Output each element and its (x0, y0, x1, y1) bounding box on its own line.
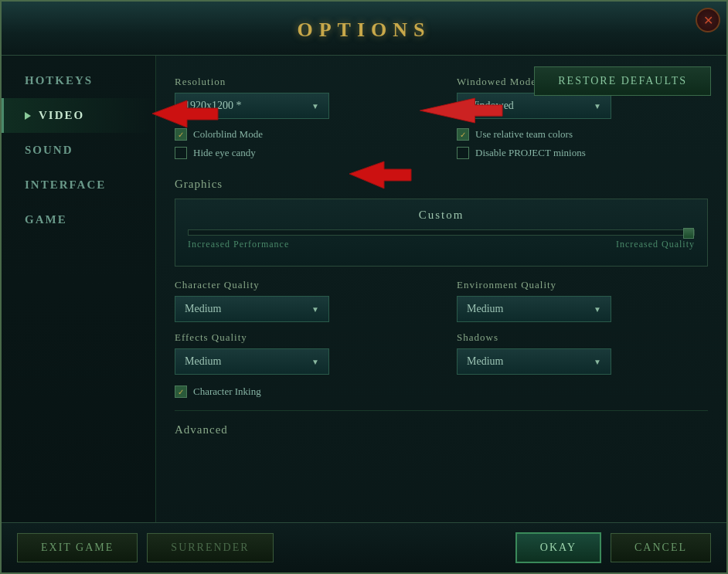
character-inking-checkbox-row[interactable]: Character Inking (175, 385, 708, 398)
colorblind-label: Colorblind Mode (193, 128, 263, 141)
effects-quality-col: Effects Quality Medium ▼ (175, 331, 426, 375)
bottom-bar: Exit Game Surrender Okay Cancel (2, 522, 726, 572)
quality-slider[interactable]: Increased Performance Increased Quality (188, 229, 695, 250)
sidebar-item-video[interactable]: VIDEO (2, 98, 155, 133)
hide-eye-candy-label: Hide eye candy (193, 147, 256, 159)
resolution-col: Resolution 1920x1200 * ▼ (175, 76, 426, 119)
graphics-title: Graphics (175, 178, 708, 191)
right-checkboxes: Use relative team colors Disable PROJECT… (457, 128, 708, 165)
environment-quality-dropdown[interactable]: Medium ▼ (457, 296, 611, 322)
sidebar-item-interface[interactable]: INTERFACE (2, 168, 155, 202)
character-quality-dropdown[interactable]: Medium ▼ (175, 296, 329, 322)
disable-project-checkbox[interactable] (457, 147, 469, 159)
effects-quality-label: Effects Quality (175, 331, 426, 344)
hide-eye-candy-checkbox[interactable] (175, 147, 187, 159)
resolution-dropdown[interactable]: 1920x1200 * ▼ (175, 93, 329, 119)
close-button[interactable]: ✕ (696, 8, 720, 32)
char-quality-arrow-icon: ▼ (311, 305, 319, 314)
slider-right-label: Increased Quality (616, 239, 695, 250)
resolution-value: 1920x1200 * (185, 100, 242, 112)
shadows-dropdown[interactable]: Medium ▼ (457, 348, 611, 375)
shadows-value: Medium (467, 355, 503, 368)
graphics-preset-label: Custom (188, 209, 695, 222)
character-inking-label: Character Inking (193, 385, 261, 398)
effects-quality-dropdown[interactable]: Medium ▼ (175, 348, 329, 375)
colorblind-checkbox-row[interactable]: Colorblind Mode (175, 128, 426, 141)
shadows-col: Shadows Medium ▼ (457, 331, 708, 375)
environment-quality-col: Environment Quality Medium ▼ (457, 279, 708, 322)
checkboxes-row: Colorblind Mode Hide eye candy Use relat… (175, 128, 708, 165)
resolution-label: Resolution (175, 76, 426, 88)
slider-fill (189, 230, 644, 235)
shadows-arrow-icon: ▼ (594, 358, 601, 366)
left-checkboxes: Colorblind Mode Hide eye candy (175, 128, 426, 165)
windowed-dropdown-arrow-icon: ▼ (594, 102, 601, 110)
advanced-section: Advanced (175, 410, 708, 436)
character-inking-checkbox[interactable] (175, 385, 187, 398)
sidebar-item-sound[interactable]: SOUND (2, 133, 155, 168)
shadows-label: Shadows (457, 331, 708, 344)
slider-track (188, 229, 695, 236)
env-quality-arrow-icon: ▼ (594, 305, 601, 314)
slider-thumb[interactable] (683, 228, 694, 239)
sidebar-item-hotkeys[interactable]: HOTKEYS (2, 63, 155, 98)
cancel-button[interactable]: Cancel (611, 533, 711, 562)
disable-project-label: Disable PROJECT minions (475, 147, 586, 159)
relative-team-label: Use relative team colors (475, 128, 573, 141)
character-quality-col: Character Quality Medium ▼ (175, 279, 426, 322)
options-window: OPTIONS ✕ HOTKEYS VIDEO SOUND INTERFACE … (0, 0, 728, 574)
window-title: OPTIONS (297, 19, 430, 42)
main-content: HOTKEYS VIDEO SOUND INTERFACE GAME Resto… (2, 56, 726, 522)
quality-row-1: Character Quality Medium ▼ Environment Q… (175, 279, 708, 322)
dropdown-arrow-icon: ▼ (311, 102, 319, 110)
character-quality-value: Medium (185, 303, 221, 315)
graphics-box: Custom Increased Performance Increased Q… (175, 199, 708, 267)
sidebar-item-game[interactable]: GAME (2, 202, 155, 237)
colorblind-checkbox[interactable] (175, 128, 187, 141)
surrender-button[interactable]: Surrender (147, 533, 273, 562)
slider-labels: Increased Performance Increased Quality (188, 239, 695, 250)
restore-defaults-button[interactable]: Restore Defaults (534, 66, 711, 96)
disable-project-checkbox-row[interactable]: Disable PROJECT minions (457, 147, 708, 159)
okay-button[interactable]: Okay (515, 532, 601, 563)
relative-team-checkbox-row[interactable]: Use relative team colors (457, 128, 708, 141)
sidebar: HOTKEYS VIDEO SOUND INTERFACE GAME (2, 56, 156, 522)
graphics-section: Graphics Custom Increased Performance In… (175, 178, 708, 267)
exit-game-button[interactable]: Exit Game (17, 533, 138, 562)
active-arrow-icon (25, 112, 31, 120)
windowed-value: Windowed (467, 100, 514, 112)
character-quality-label: Character Quality (175, 279, 426, 291)
relative-team-checkbox[interactable] (457, 128, 469, 141)
character-inking-section: Character Inking (175, 385, 708, 398)
effects-quality-arrow-icon: ▼ (311, 358, 319, 366)
header: OPTIONS ✕ (2, 2, 726, 56)
effects-quality-value: Medium (185, 355, 221, 368)
quality-row-2: Effects Quality Medium ▼ Shadows Medium … (175, 331, 708, 375)
environment-quality-label: Environment Quality (457, 279, 708, 291)
windowed-dropdown[interactable]: Windowed ▼ (457, 93, 611, 119)
environment-quality-value: Medium (467, 303, 503, 315)
video-content: Restore Defaults Resolution 1920x1200 * … (156, 56, 726, 522)
slider-left-label: Increased Performance (188, 239, 289, 250)
hide-eye-candy-checkbox-row[interactable]: Hide eye candy (175, 147, 426, 159)
